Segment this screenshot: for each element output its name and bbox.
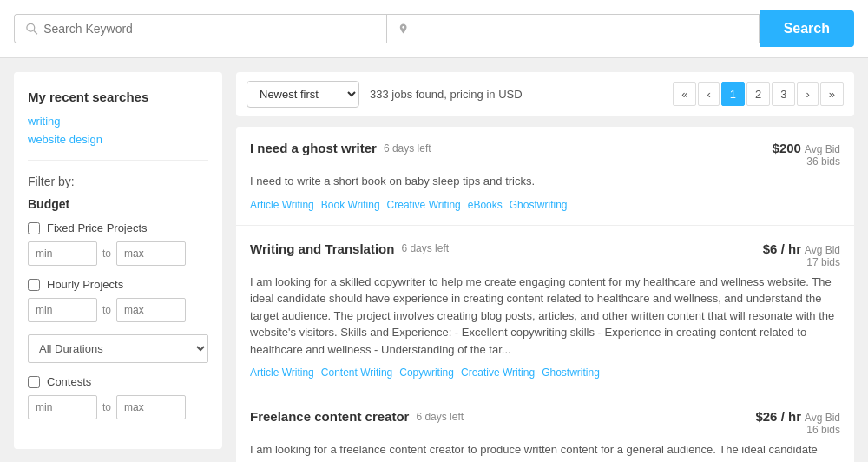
svg-line-1 [34,30,37,34]
fixed-to-label: to [102,248,111,260]
results-header: Newest first Oldest first Highest budget… [236,72,854,116]
tag-copywriting-2[interactable]: Copywriting [399,366,454,379]
jobs-container: I need a ghost writer 6 days left $200 A… [236,127,854,462]
main-layout: My recent searches writing website desig… [0,58,868,462]
hourly-checkbox[interactable] [28,279,40,291]
fixed-price-row: Fixed Price Projects [28,221,208,234]
tag-ghostwriting-1[interactable]: Ghostwriting [510,199,568,211]
contest-min-input[interactable] [28,395,97,419]
job-desc-3: I am looking for a freelance content cre… [250,441,840,462]
content-area: Newest first Oldest first Highest budget… [236,72,854,462]
contest-max-input[interactable] [116,395,186,419]
sidebar: My recent searches writing website desig… [14,72,222,449]
search-bar: Online Job Search [0,0,868,58]
hourly-min-input[interactable] [28,298,97,322]
job-title-row-3: Freelance content creator 6 days left [250,409,464,424]
contests-checkbox[interactable] [28,376,40,388]
job-desc-1: I need to write a short book on baby sle… [250,173,840,190]
job-bid-info-1: $200 Avg Bid 36 bids [727,141,840,168]
job-time-2: 6 days left [401,242,449,254]
search-button[interactable]: Search [760,10,854,47]
sidebar-divider-1 [28,160,208,161]
recent-search-writing[interactable]: writing [28,115,208,128]
tag-ebooks-1[interactable]: eBooks [468,199,503,211]
job-title-1[interactable]: I need a ghost writer [250,141,377,155]
job-tags-2: Article Writing Content Writing Copywrit… [250,366,840,379]
tag-book-writing-1[interactable]: Book Writing [321,199,380,211]
job-card-1: I need a ghost writer 6 days left $200 A… [236,127,854,226]
recent-search-website-design[interactable]: website design [28,133,208,146]
job-time-3: 6 days left [416,411,464,423]
duration-select[interactable]: All Durations Less than 1 week 1-4 weeks… [28,334,208,363]
location-input[interactable]: Online Job [414,22,747,36]
job-bid-amount-1: $200 [773,141,801,155]
tag-creative-writing-1[interactable]: Creative Writing [387,199,461,211]
svg-point-0 [27,23,35,31]
filter-by-label: Filter by: [28,175,208,188]
hourly-to-label: to [102,304,111,316]
job-bid-amount-3: $26 / hr [755,409,801,424]
job-bid-count-1: 36 bids [727,155,840,168]
keyword-input-wrap [14,14,386,43]
job-bid-amount-2: $6 / hr [763,241,801,256]
job-bid-info-2: $6 / hr Avg Bid 17 bids [727,241,840,268]
pagination-first[interactable]: « [673,82,696,106]
sort-select[interactable]: Newest first Oldest first Highest budget… [247,81,359,108]
job-bid-count-3: 16 bids [727,424,840,436]
budget-label: Budget [28,197,208,211]
pagination: « ‹ 1 2 3 › » [673,82,844,106]
pagination-page-3[interactable]: 3 [772,82,795,106]
tag-creative-writing-2[interactable]: Creative Writing [461,366,535,379]
job-header-2: Writing and Translation 6 days left $6 /… [250,241,840,268]
pagination-page-1[interactable]: 1 [721,82,745,106]
hourly-range: to [28,298,208,322]
location-icon [398,23,409,35]
job-bid-info-3: $26 / hr Avg Bid 16 bids [727,409,840,436]
job-title-3[interactable]: Freelance content creator [250,409,409,424]
hourly-max-input[interactable] [116,298,186,322]
job-bid-label-3: Avg Bid [805,412,840,424]
pagination-prev[interactable]: ‹ [698,82,719,106]
job-card-2: Writing and Translation 6 days left $6 /… [236,228,854,394]
hourly-label: Hourly Projects [47,278,123,291]
tag-ghostwriting-2[interactable]: Ghostwriting [542,366,600,379]
fixed-min-input[interactable] [28,241,97,266]
job-title-row-2: Writing and Translation 6 days left [250,241,449,256]
job-header-3: Freelance content creator 6 days left $2… [250,409,840,436]
fixed-max-input[interactable] [116,241,186,266]
job-title-row-1: I need a ghost writer 6 days left [250,141,431,155]
job-card-3: Freelance content creator 6 days left $2… [236,395,854,462]
job-bid-label-2: Avg Bid [805,244,840,256]
location-input-wrap: Online Job [386,14,760,43]
job-tags-1: Article Writing Book Writing Creative Wr… [250,199,840,211]
job-desc-2: I am looking for a skilled copywriter to… [250,274,840,359]
job-bid-count-2: 17 bids [727,256,840,268]
contests-label: Contests [47,375,91,388]
tag-article-writing-1[interactable]: Article Writing [250,199,314,211]
fixed-price-checkbox[interactable] [28,222,40,234]
contests-row: Contests [28,375,208,388]
job-time-1: 6 days left [384,142,431,155]
search-keyword-input[interactable] [43,22,376,36]
pagination-page-2[interactable]: 2 [746,82,770,106]
fixed-price-label: Fixed Price Projects [47,221,148,234]
pagination-last[interactable]: » [820,82,844,106]
results-count: 333 jobs found, pricing in USD [370,88,662,101]
job-bid-label-1: Avg Bid [805,143,840,155]
contests-range: to [28,395,208,419]
search-icon [25,22,38,36]
pagination-next[interactable]: › [797,82,818,106]
tag-article-writing-2[interactable]: Article Writing [250,366,314,379]
fixed-price-range: to [28,241,208,266]
job-title-2[interactable]: Writing and Translation [250,241,394,256]
recent-searches-title: My recent searches [28,89,208,104]
contest-to-label: to [102,401,111,413]
hourly-row: Hourly Projects [28,278,208,291]
tag-content-writing-2[interactable]: Content Writing [321,366,392,379]
job-header-1: I need a ghost writer 6 days left $200 A… [250,141,840,168]
